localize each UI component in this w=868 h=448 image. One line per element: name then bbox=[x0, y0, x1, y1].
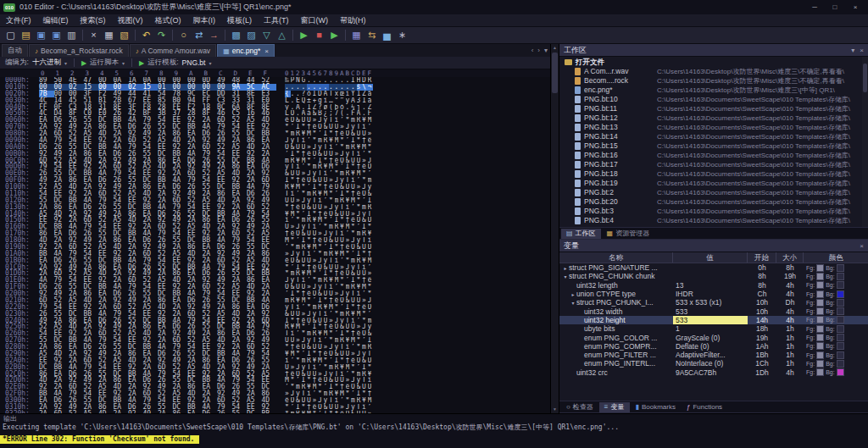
chevron-down-icon[interactable]: ▾ bbox=[209, 60, 211, 66]
workspace-file-row[interactable]: PNG.bt:15C:\Users\14163\Documents\SweetS… bbox=[559, 141, 868, 151]
ascii-char[interactable]: Ö bbox=[368, 304, 374, 311]
workspace-close-icon[interactable]: × bbox=[860, 47, 864, 54]
variable-row-11[interactable]: enum PNG_INTERL...NoInterlace (0)1Ch1hFg… bbox=[559, 359, 868, 368]
fg-color-swatch[interactable] bbox=[816, 273, 824, 280]
minimize-button[interactable]: ─ bbox=[805, 3, 824, 11]
variable-row-10[interactable]: enum PNG_FILTER ...AdaptiveFilter...1Bh1… bbox=[559, 351, 868, 359]
goto-button[interactable]: → bbox=[207, 28, 221, 42]
bg-color-swatch[interactable] bbox=[837, 273, 844, 280]
workspace-tab-0[interactable]: ▤工作区 bbox=[561, 229, 601, 239]
tab-scroll-left-button[interactable]: ‹ bbox=[531, 47, 534, 54]
ascii-char[interactable]: J bbox=[368, 158, 374, 164]
ascii-char[interactable]: R bbox=[368, 344, 374, 351]
variable-row-0[interactable]: ▸struct PNG_SIGNATURE ...0h8hFg:Bg: bbox=[559, 263, 868, 272]
variable-row-8[interactable]: enum PNG_COLOR ...GrayScale (0)19h1hFg:B… bbox=[559, 333, 868, 341]
run-template-button[interactable]: ▶ bbox=[327, 28, 342, 42]
workspace-file-row[interactable]: PNG.bt:16C:\Users\14163\Documents\SweetS… bbox=[559, 151, 868, 160]
histogram-button[interactable]: ▅ bbox=[380, 28, 394, 42]
ascii-char[interactable]: m bbox=[368, 318, 374, 324]
ascii-char[interactable]: U bbox=[368, 217, 374, 224]
hex-scrollbar[interactable]: ▲ ▼ bbox=[551, 44, 559, 413]
bg-color-swatch[interactable] bbox=[837, 281, 844, 289]
panel-menu-icon[interactable]: ▾ bbox=[851, 47, 854, 54]
expand-arrow[interactable]: ▸ bbox=[562, 265, 569, 271]
ascii-char[interactable]: ’ bbox=[368, 264, 374, 271]
redo-button[interactable]: ↷ bbox=[154, 28, 169, 42]
menu-item-2[interactable]: 搜索(S) bbox=[75, 15, 112, 26]
fg-color-swatch[interactable] bbox=[816, 264, 824, 272]
ascii-char[interactable]: ¥ bbox=[368, 371, 374, 378]
variable-row-1[interactable]: ▾struct PNG_CHUNK chunk8h19hFg:Bg: bbox=[559, 272, 868, 280]
calculator-button[interactable]: ▦ bbox=[349, 28, 364, 42]
scrollbar-thumb[interactable] bbox=[863, 64, 867, 92]
ascii-char[interactable]: Ü bbox=[368, 384, 374, 390]
ascii-char[interactable]: I bbox=[368, 337, 374, 344]
new-file-button[interactable]: ▢ bbox=[3, 28, 18, 42]
run-template-icon[interactable]: ▶ bbox=[139, 59, 144, 67]
ascii-char[interactable]: M bbox=[368, 257, 374, 264]
ascii-char[interactable]: † bbox=[368, 251, 374, 257]
workspace-file-row[interactable]: PNG.bt:12C:\Users\14163\Documents\SweetS… bbox=[559, 113, 868, 123]
ascii-char[interactable]: † bbox=[368, 390, 374, 397]
ascii-char[interactable]: m bbox=[368, 177, 374, 184]
ascii-char[interactable]: ’ bbox=[368, 311, 374, 318]
expand-arrow[interactable]: ▸ bbox=[570, 291, 576, 297]
variable-row-5[interactable]: uint32 width53310h4hFg:Bg: bbox=[559, 307, 868, 315]
variable-row-4[interactable]: ▾struct PNG_CHUNK_I...533 x 533 (x1)10hD… bbox=[559, 298, 868, 307]
workspace-file-row[interactable]: PNG.bt:18C:\Users\14163\Documents\SweetS… bbox=[559, 169, 868, 179]
ascii-char[interactable]: Ž bbox=[368, 104, 374, 111]
ascii-char[interactable]: R bbox=[368, 77, 374, 84]
document-tab-3[interactable]: ▦enc.png*× bbox=[217, 44, 275, 57]
ascii-char[interactable]: Ö bbox=[368, 163, 374, 170]
workspace-file-row[interactable]: PNG.bt:4C:\Users\14163\Documents\SweetSc… bbox=[559, 216, 868, 225]
run-script-button[interactable]: ▶ bbox=[297, 28, 311, 42]
menu-item-8[interactable]: 窗口(W) bbox=[295, 15, 335, 26]
workspace-file-row[interactable]: PNG.bt:20C:\Users\14163\Documents\SweetS… bbox=[559, 197, 868, 207]
ascii-char[interactable]: î bbox=[368, 237, 374, 244]
scrollbar-thumb[interactable] bbox=[552, 53, 558, 93]
ascii-char[interactable]: ’ bbox=[368, 404, 374, 411]
ascii-char[interactable]: y bbox=[368, 184, 374, 191]
open-file-button[interactable]: ▤ bbox=[19, 28, 33, 42]
workspace-file-row[interactable]: Becom....rockC:\Users\14163\Desktop\攻防世界… bbox=[559, 76, 868, 86]
save-all-button[interactable]: ▣ bbox=[49, 28, 64, 42]
workspace-file-row[interactable]: PNG.bt:11C:\Users\14163\Documents\SweetS… bbox=[559, 104, 868, 113]
bg-color-swatch[interactable] bbox=[837, 334, 844, 341]
bg-color-swatch[interactable] bbox=[837, 351, 844, 359]
ascii-char[interactable]: à bbox=[368, 97, 374, 104]
tab-bookmarks[interactable]: ▮Bookmarks bbox=[631, 402, 681, 412]
fg-color-swatch[interactable] bbox=[816, 351, 824, 359]
variable-row-9[interactable]: enum PNG_COMPR...Deflate (0)1Ah1hFg:Bg: bbox=[559, 342, 868, 351]
menu-item-0[interactable]: 文件(F) bbox=[0, 15, 37, 26]
scroll-up-icon[interactable]: ▲ bbox=[553, 44, 557, 52]
ascii-char[interactable]: y bbox=[368, 324, 374, 330]
bg-color-swatch[interactable] bbox=[837, 325, 844, 333]
expand-arrow[interactable]: ▾ bbox=[570, 300, 576, 306]
workspace-file-row[interactable]: PNG.bt:14C:\Users\14163\Documents\SweetS… bbox=[559, 132, 868, 141]
document-tab-2[interactable]: ♪A Comme Amour.wav bbox=[130, 44, 216, 57]
bg-color-swatch[interactable] bbox=[837, 290, 844, 298]
import-hex-button[interactable]: ▽ bbox=[259, 28, 274, 42]
run-script-icon[interactable]: ▶ bbox=[81, 59, 86, 67]
variable-row-6[interactable]: uint32 height53314h4hFg:Bg: bbox=[559, 316, 868, 324]
options-button[interactable]: ∗ bbox=[395, 28, 409, 42]
edit-as-dropdown[interactable]: 十六进制 bbox=[32, 58, 61, 68]
menu-item-1[interactable]: 编辑(E) bbox=[37, 15, 75, 26]
stop-button[interactable]: ■ bbox=[312, 28, 326, 42]
menu-item-5[interactable]: 脚本(I) bbox=[187, 15, 222, 26]
ascii-char[interactable]: & bbox=[368, 330, 374, 337]
fg-color-swatch[interactable] bbox=[816, 290, 824, 298]
tab-variables[interactable]: ≡变量 bbox=[599, 402, 630, 412]
scroll-down-icon[interactable]: ▼ bbox=[553, 406, 557, 413]
ascii-char[interactable]: F bbox=[368, 110, 374, 117]
document-tab-1[interactable]: ♪Become_a_Rockstar.rock bbox=[29, 44, 129, 57]
workspace-tab-1[interactable]: ▦资源管理器 bbox=[602, 229, 655, 239]
variable-row-2[interactable]: uint32 length138h4hFg:Bg: bbox=[559, 281, 868, 290]
paste-button[interactable]: ▧ bbox=[117, 28, 131, 42]
ascii-char[interactable]: * bbox=[368, 224, 374, 230]
bg-color-swatch[interactable] bbox=[837, 316, 844, 324]
ascii-char[interactable]: R bbox=[368, 204, 374, 211]
menu-item-7[interactable]: 工具(T) bbox=[258, 15, 295, 26]
ascii-char[interactable]: Ü bbox=[368, 244, 374, 251]
bg-color-swatch[interactable] bbox=[837, 307, 844, 315]
